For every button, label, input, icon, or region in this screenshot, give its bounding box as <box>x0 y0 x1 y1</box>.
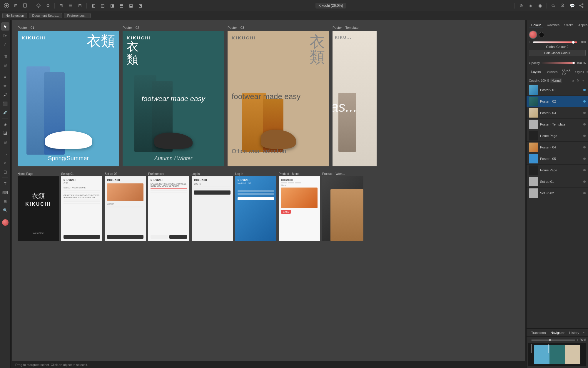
color-swatch[interactable] <box>2 219 9 226</box>
tab-transform[interactable]: Transform <box>529 330 548 336</box>
prefs-deny-btn[interactable] <box>151 235 168 239</box>
tab-swatches[interactable]: Swatches <box>543 22 562 28</box>
corner-tool[interactable]: ◫ <box>1 52 9 60</box>
edit-global-color-btn[interactable]: Edit Global Colour <box>529 50 586 56</box>
layer-poster-template[interactable]: Poster - Template <box>527 119 588 130</box>
layer-poster-02[interactable]: Poster - 02 <box>527 96 588 107</box>
poster-template[interactable]: KIKU... fas... <box>333 31 377 166</box>
fill-tool[interactable]: ⬛ <box>1 99 9 108</box>
layer-poster-01[interactable]: Poster - 01 <box>527 84 588 96</box>
layers-gear-icon[interactable]: ⚙ <box>570 78 575 83</box>
zoom-out-btn[interactable]: − <box>528 338 530 342</box>
color-swatch-circle[interactable] <box>529 31 537 39</box>
homepage-thumb[interactable]: 衣類 KIKUCHI Welcome <box>18 176 59 241</box>
layer-homepage[interactable]: Home Page <box>527 130 588 142</box>
color-slider-t[interactable] <box>533 41 577 43</box>
zoom-in-icon[interactable] <box>549 1 557 10</box>
gear-icon[interactable]: ⚙ <box>44 1 52 10</box>
rectangle-tool[interactable]: ▭ <box>1 150 9 158</box>
select-tool[interactable] <box>1 22 9 31</box>
setup02-thumb[interactable]: KIKUCHI Women <box>105 176 146 241</box>
align-top-icon[interactable]: ⬒ <box>117 1 126 10</box>
layer-setup-02[interactable]: Set up 02 <box>527 188 588 199</box>
brush-tool[interactable]: 🖌 <box>1 91 9 99</box>
symbol-tool[interactable]: ◈ <box>1 120 9 128</box>
poster-01[interactable]: KIKUCHI 衣類 Spring/Summer <box>18 31 119 166</box>
layers-fx-icon[interactable]: fx <box>576 78 580 83</box>
poster-03[interactable]: KIKUCHI 衣類 footwear made easy Office wea… <box>228 31 329 166</box>
transform-tool[interactable]: ⤢ <box>1 40 9 48</box>
layers-blend-mode[interactable]: Normal <box>550 78 562 83</box>
layer-poster-04[interactable]: Poster - 04 <box>527 142 588 153</box>
tab-styles[interactable]: Styles <box>573 69 587 75</box>
color-icon[interactable]: ◉ <box>536 1 544 10</box>
tab-quickfx[interactable]: Quick FX <box>560 67 573 77</box>
login-thumb[interactable]: KIKUCHI LOG IN <box>192 176 233 241</box>
no-selection-btn[interactable]: No Selection <box>2 13 27 18</box>
canvas-area[interactable]: Poster – 01 KIKUCHI 衣類 Sprin <box>12 20 525 368</box>
poster-02-brand: KIKUCHI <box>127 35 151 40</box>
opacity-slider[interactable] <box>541 62 575 64</box>
product-thumb[interactable]: KIKUCHI Mens SALE <box>279 176 320 241</box>
frame-tool[interactable]: ⌨ <box>1 188 9 197</box>
crop-tool[interactable]: ⊟ <box>1 61 9 69</box>
align-bottom-icon[interactable]: ⬔ <box>136 1 144 10</box>
grid-view-icon[interactable]: ⊞ <box>57 1 65 10</box>
login-btn[interactable] <box>194 190 230 195</box>
align-left-icon[interactable]: ◧ <box>89 1 97 10</box>
user-icon[interactable] <box>559 1 567 10</box>
image-tool[interactable]: 🖼 <box>1 129 9 137</box>
layer-poster-05[interactable]: Poster - 05 <box>527 153 588 165</box>
login2-submit-btn[interactable] <box>238 197 274 200</box>
snap-icon[interactable]: ⊕ <box>517 1 525 10</box>
nav-zoom-slider[interactable] <box>531 339 576 341</box>
align-mid-icon[interactable]: ⬓ <box>127 1 135 10</box>
tab-colour[interactable]: Colour <box>529 22 543 28</box>
settings-icon[interactable] <box>34 1 43 10</box>
ellipse-tool[interactable]: ○ <box>1 159 9 167</box>
product-wom-thumb[interactable] <box>322 176 363 241</box>
rounded-rect-tool[interactable]: ▢ <box>1 168 9 176</box>
new-doc-icon[interactable] <box>21 1 29 10</box>
eyedropper-tool[interactable]: 💉 <box>1 108 9 116</box>
layer-setup-01[interactable]: Set up 01 <box>527 176 588 188</box>
zoom-in-nav-btn[interactable]: + <box>577 338 578 342</box>
grid-icon[interactable]: ⊞ <box>12 1 20 10</box>
setup01-btn[interactable] <box>64 235 100 239</box>
layers-add-icon[interactable]: + <box>581 78 586 83</box>
grid-tool[interactable]: ⊞ <box>1 138 9 146</box>
share-icon[interactable] <box>577 1 586 10</box>
layers-menu-icon[interactable]: ≡ <box>586 70 588 74</box>
preferences-btn[interactable]: Preferences... <box>64 13 90 18</box>
chat-icon[interactable]: 💬 <box>568 1 576 10</box>
layer-poster-03[interactable]: Poster - 03 <box>527 107 588 119</box>
align-center-icon[interactable]: ◫ <box>98 1 107 10</box>
tab-layers[interactable]: Layers <box>529 69 543 75</box>
prefs-allow-btn[interactable] <box>169 235 187 239</box>
align-right-icon[interactable]: ◨ <box>108 1 116 10</box>
crop-icon[interactable]: ⊟ <box>76 1 84 10</box>
setup02-btn[interactable] <box>107 235 143 239</box>
column-icon[interactable]: ☰ <box>66 1 75 10</box>
doc-setup-btn[interactable]: Document Setup... <box>29 13 62 18</box>
pencil-tool[interactable]: ✏ <box>1 82 9 90</box>
login2-thumb[interactable]: KIKUCHI MAILING LIST <box>235 176 276 241</box>
tab-brushes[interactable]: Brushes <box>543 69 560 75</box>
app-logo-icon[interactable] <box>2 1 11 10</box>
color-black-circle[interactable] <box>539 32 544 37</box>
tab-stroke[interactable]: Stroke <box>562 22 576 28</box>
tab-navigator[interactable]: Navigator <box>548 330 567 336</box>
pen-tool[interactable]: ✒ <box>1 73 9 81</box>
node-tool[interactable] <box>1 31 9 39</box>
setup01-thumb[interactable]: KIKUCHI 衣類 SELECT YOUR STORE GRANT KIKUC… <box>61 176 102 241</box>
poster-02[interactable]: KIKUCHI 衣類 footwear made easy Autumn / W… <box>123 31 224 166</box>
tab-appearance[interactable]: Appearance <box>576 22 588 28</box>
zoom-tool[interactable]: 🔍 <box>1 206 9 214</box>
tab-history[interactable]: History <box>567 330 582 336</box>
bottom-panel-menu[interactable]: ≡ <box>582 330 586 336</box>
prefs-thumb[interactable]: KIKUCHI ENABLE NOTIFICATIONS AND WE'LL S… <box>148 176 189 241</box>
layer-icon[interactable]: ◈ <box>527 1 535 10</box>
text-tool[interactable]: T <box>1 180 9 188</box>
table-tool[interactable]: ⊟ <box>1 197 9 205</box>
layer-homepage-2[interactable]: Home Page <box>527 165 588 176</box>
